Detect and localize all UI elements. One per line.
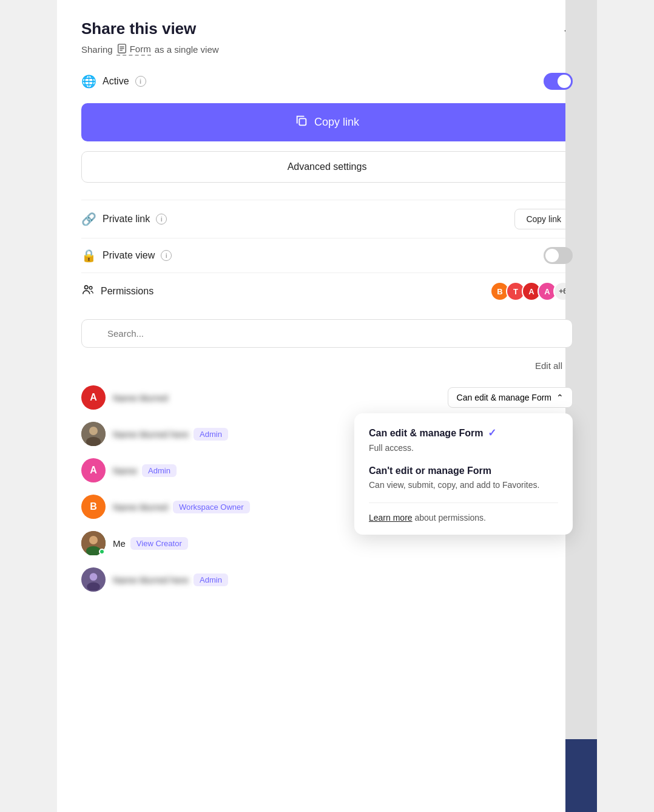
form-icon <box>116 43 127 54</box>
permissions-left: Permissions <box>81 283 153 300</box>
advanced-settings-label: Advanced settings <box>288 161 367 172</box>
share-panel: Share this view ⌄ Sharing Form as a sing… <box>57 0 597 812</box>
copy-link-main-label: Copy link <box>314 116 359 129</box>
dropdown-option2-desc: Can view, submit, copy, and add to Favor… <box>369 479 558 492</box>
user2-role-badge: Admin <box>194 428 228 441</box>
user3-name-text: Name <box>113 465 137 476</box>
form-chip: Form <box>116 43 151 56</box>
copy-link-icon <box>295 114 308 130</box>
edit-all-row[interactable]: Edit all ⌄ <box>81 360 573 371</box>
active-label: Active <box>103 76 129 87</box>
dropdown-option1[interactable]: Can edit & manage Form ✓ Full access. <box>369 427 558 455</box>
user1-permission-label: Can edit & manage Form <box>457 393 551 402</box>
active-toggle[interactable] <box>544 73 573 90</box>
globe-icon: 🌐 <box>81 74 96 89</box>
permissions-icon <box>81 283 95 300</box>
private-link-label: Private link <box>103 214 150 225</box>
user2-avatar-svg <box>81 422 106 446</box>
user2-name-text: Name blurred here <box>113 429 189 439</box>
user1-name: Name blurred <box>113 393 440 403</box>
dropdown-option1-label: Can edit & manage Form <box>369 428 483 439</box>
user6-avatar <box>81 567 106 592</box>
svg-point-5 <box>85 285 89 289</box>
user3-role-badge: Admin <box>142 464 177 477</box>
svg-point-11 <box>89 536 98 544</box>
private-view-info-icon[interactable]: i <box>161 250 172 261</box>
user-row-6: Name blurred here Admin <box>81 561 573 598</box>
edit-all-label: Edit all <box>535 360 562 371</box>
private-link-left: 🔗 Private link i <box>81 212 167 226</box>
subtitle-prefix: Sharing <box>81 44 113 55</box>
link-icon: 🔗 <box>81 212 96 226</box>
copy-link-small-label: Copy link <box>526 214 561 224</box>
header-row: Share this view ⌄ <box>81 19 573 38</box>
user1-permission-btn[interactable]: Can edit & manage Form ⌃ <box>448 387 573 408</box>
user1-name-text: Name blurred <box>113 393 168 403</box>
user6-name-text: Name blurred here <box>113 575 189 585</box>
user4-role-badge: Workspace Owner <box>173 501 250 513</box>
subtitle-form: Form <box>130 44 151 54</box>
right-sidebar-dark <box>565 739 597 812</box>
permissions-avatars: B T A A +6 <box>490 282 573 301</box>
user5-name-text: Me <box>113 538 126 549</box>
active-row: 🌐 Active i <box>81 73 573 90</box>
subtitle-suffix: as a single view <box>155 44 219 55</box>
learn-more-suffix: about permissions. <box>414 513 486 523</box>
user3-avatar: A <box>81 458 106 482</box>
user6-avatar-svg <box>83 569 104 590</box>
dropdown-option1-desc: Full access. <box>369 442 558 455</box>
user2-avatar <box>81 422 106 446</box>
dropdown-option2[interactable]: Can't edit or manage Form Can view, subm… <box>369 465 558 492</box>
private-link-row: 🔗 Private link i Copy link <box>81 200 573 238</box>
private-view-row: 🔒 Private view i <box>81 238 573 272</box>
active-left: 🌐 Active i <box>81 74 146 89</box>
advanced-settings-button[interactable]: Advanced settings <box>81 151 573 183</box>
search-wrapper: 🔍 <box>81 310 573 354</box>
private-link-info-icon[interactable]: i <box>156 214 167 225</box>
online-dot <box>99 549 105 555</box>
user5-role-badge: View Creator <box>130 537 188 550</box>
svg-point-8 <box>89 427 98 435</box>
permissions-label: Permissions <box>101 286 153 297</box>
user6-name: Name blurred here Admin <box>113 573 573 586</box>
user1-avatar: A <box>81 385 106 410</box>
copy-link-main-button[interactable]: Copy link <box>81 103 573 141</box>
active-info-icon[interactable]: i <box>135 76 146 87</box>
learn-more-link[interactable]: Learn more <box>369 513 413 523</box>
private-view-toggle[interactable] <box>544 247 573 264</box>
people-svg-icon <box>81 283 95 297</box>
lock-icon: 🔒 <box>81 248 96 263</box>
dropdown-option2-title: Can't edit or manage Form <box>369 465 558 476</box>
private-view-label: Private view <box>103 250 155 261</box>
user-row-1: A Name blurred Can edit & manage Form ⌃ … <box>81 379 573 416</box>
panel-title: Share this view <box>81 19 196 38</box>
user1-chevron-up-icon: ⌃ <box>556 393 564 402</box>
private-view-left: 🔒 Private view i <box>81 248 172 263</box>
user6-role-badge: Admin <box>194 573 228 586</box>
user5-name: Me View Creator <box>113 537 573 550</box>
svg-point-14 <box>90 573 98 581</box>
permissions-row: Permissions B T A A +6 <box>81 272 573 310</box>
search-input[interactable] <box>81 319 573 348</box>
user4-name-text: Name blurred <box>113 502 168 512</box>
svg-rect-4 <box>299 118 306 125</box>
subtitle: Sharing Form as a single view <box>81 43 573 56</box>
dropdown-option2-label: Can't edit or manage Form <box>369 465 491 476</box>
permission-dropdown-popup: Can edit & manage Form ✓ Full access. Ca… <box>354 413 573 535</box>
copy-link-small-button[interactable]: Copy link <box>514 209 573 229</box>
user5-avatar-me <box>81 531 106 555</box>
svg-point-6 <box>89 286 92 289</box>
user4-avatar: B <box>81 495 106 519</box>
learn-more-section: Learn more about permissions. <box>369 502 558 523</box>
dropdown-option1-title: Can edit & manage Form ✓ <box>369 427 558 439</box>
check-icon: ✓ <box>488 427 496 439</box>
copy-svg-icon <box>295 114 308 127</box>
